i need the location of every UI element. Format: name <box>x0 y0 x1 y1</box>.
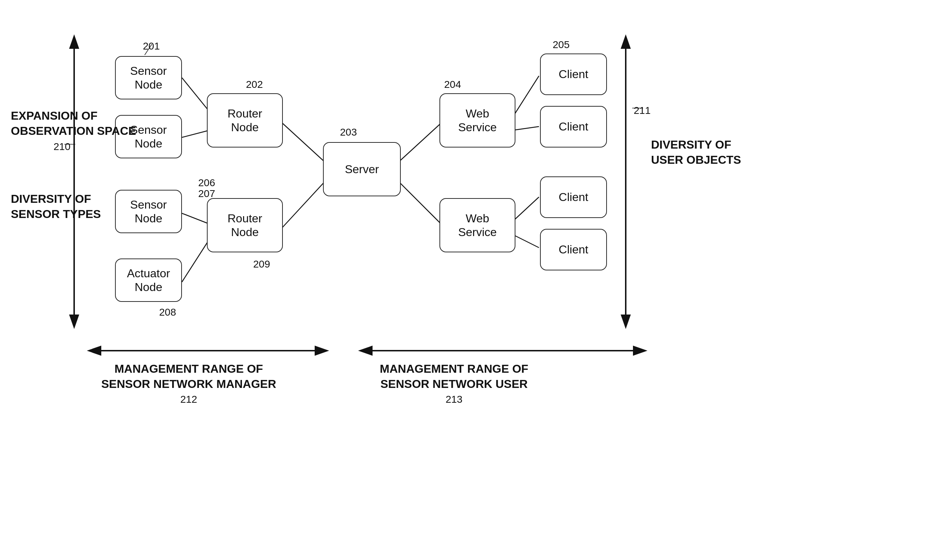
client-4-label: Client <box>559 243 589 256</box>
web-service-1: WebService <box>439 93 515 148</box>
label-212: 212 <box>101 393 276 406</box>
svg-line-12 <box>398 123 441 163</box>
diversity-sensor-label: DIVERSITY OFSENSOR TYPES <box>11 192 101 222</box>
sensor-node-3-label: SensorNode <box>130 198 167 226</box>
web-service-2: WebService <box>439 198 515 252</box>
client-1: Client <box>540 54 607 95</box>
actuator-node-label: ActuatorNode <box>127 266 170 294</box>
actuator-node: ActuatorNode <box>115 258 182 302</box>
router-node-2-label: RouterNode <box>228 211 262 239</box>
svg-line-13 <box>398 181 441 224</box>
svg-line-9 <box>182 238 210 282</box>
client-3-label: Client <box>559 190 589 204</box>
client-4: Client <box>540 229 607 271</box>
label-206: 206 <box>198 177 215 189</box>
label-202: 202 <box>246 79 263 91</box>
sensor-node-1: SensorNode <box>115 56 182 99</box>
svg-line-8 <box>182 213 210 224</box>
svg-line-14 <box>513 76 539 116</box>
client-1-label: Client <box>559 67 589 81</box>
label-204: 204 <box>444 79 461 91</box>
diagram: SensorNode 201 SensorNode SensorNode Act… <box>0 0 948 560</box>
svg-line-10 <box>282 123 325 163</box>
label-205: 205 <box>553 39 570 51</box>
diversity-user-label: DIVERSITY OFUSER OBJECTS <box>651 137 741 168</box>
server-node: Server <box>323 142 401 196</box>
label-201: 201 <box>143 40 160 52</box>
router-node-1: RouterNode <box>207 93 283 148</box>
router-node-1-label: RouterNode <box>228 107 262 134</box>
svg-line-6 <box>182 78 210 112</box>
svg-line-17 <box>513 235 539 248</box>
label-210: 210 <box>54 141 71 152</box>
svg-line-11 <box>282 181 325 228</box>
web-service-2-label: WebService <box>458 211 497 239</box>
expansion-label: EXPANSION OFOBSERVATION SPACE <box>11 108 136 138</box>
mgmt-range-manager: MANAGEMENT RANGE OFSENSOR NETWORK MANAGE… <box>101 362 276 406</box>
client-3: Client <box>540 177 607 218</box>
client-2: Client <box>540 106 607 148</box>
sensor-node-1-label: SensorNode <box>130 64 167 92</box>
label-208: 208 <box>159 306 176 318</box>
label-209: 209 <box>253 258 270 270</box>
svg-line-16 <box>513 197 539 220</box>
server-node-label: Server <box>345 162 379 176</box>
client-2-label: Client <box>559 120 589 134</box>
svg-line-7 <box>182 130 210 137</box>
sensor-node-3: SensorNode <box>115 190 182 233</box>
router-node-2: RouterNode <box>207 198 283 252</box>
label-213: 213 <box>380 393 529 406</box>
mgmt-range-user: MANAGEMENT RANGE OFSENSOR NETWORK USER 2… <box>380 362 529 406</box>
label-207: 207 <box>198 188 215 200</box>
web-service-1-label: WebService <box>458 107 497 134</box>
label-211: 211 <box>634 105 650 116</box>
label-203: 203 <box>340 126 357 138</box>
svg-line-15 <box>513 126 539 130</box>
